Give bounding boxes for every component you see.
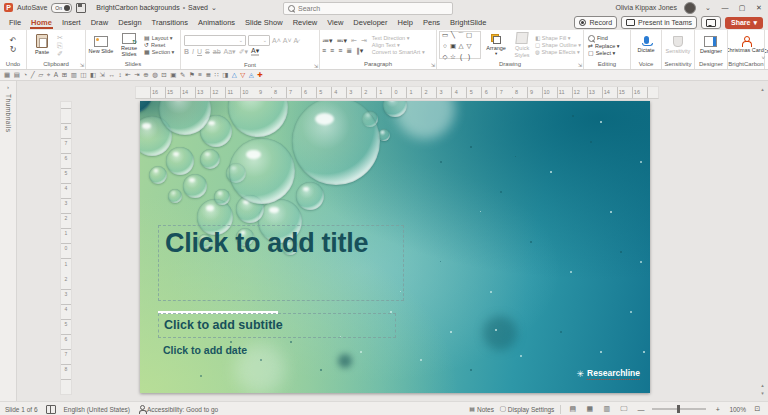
dialog-launcher-icon[interactable]: ⇲ <box>578 61 582 69</box>
save-icon[interactable] <box>76 3 86 13</box>
brightslide-tool-icon[interactable]: ⇤ <box>125 72 130 79</box>
brightslide-tool-icon[interactable]: ◍ <box>152 72 158 79</box>
designer-button[interactable]: Designer <box>700 36 722 54</box>
comments-button[interactable] <box>701 16 721 29</box>
shape-option[interactable]: ▢ <box>465 30 473 40</box>
spellcheck-button[interactable] <box>46 405 56 414</box>
maximize-button[interactable]: ▢ <box>737 4 747 12</box>
brightslide-tool-icon[interactable]: ⌖ <box>47 72 51 79</box>
section-button[interactable]: ▦Section ▾ <box>144 49 174 55</box>
format-painter-button[interactable]: ✐ <box>57 50 63 57</box>
increase-font-size-button[interactable]: A˄ <box>272 37 281 44</box>
brightslide-tool-icon[interactable]: ◬ <box>249 72 254 79</box>
brightslide-tool-icon[interactable]: A <box>54 72 58 79</box>
previous-slide-icon[interactable]: ▴ <box>758 381 767 389</box>
increase-indent-button[interactable]: ⇥ <box>361 37 367 44</box>
shape-option[interactable]: ▽ <box>465 40 473 51</box>
menu-tab-transitions[interactable]: Transitions <box>147 16 193 29</box>
menu-tab-design[interactable]: Design <box>113 16 146 29</box>
brightslide-tool-icon[interactable]: ╱ <box>31 72 35 79</box>
scroll-up-icon[interactable]: ▴ <box>758 85 767 93</box>
brightslide-tool-icon[interactable]: ▤ <box>14 72 20 79</box>
menu-tab-insert[interactable]: Insert <box>57 16 86 29</box>
menu-tab-brightslide[interactable]: BrightSlide <box>445 16 491 29</box>
brightslide-tool-icon[interactable]: ⇲ <box>100 72 105 79</box>
italic-button[interactable]: I <box>192 48 194 55</box>
change-case-button[interactable]: Aa▾ <box>224 48 236 55</box>
powerpoint-icon[interactable]: P <box>4 3 13 12</box>
brightslide-tool-icon[interactable]: ▦ <box>4 72 10 79</box>
date-placeholder[interactable]: Click to add date <box>163 344 247 356</box>
undo-button[interactable]: ↶ <box>10 37 17 45</box>
brightslide-tool-icon[interactable]: ≣ <box>206 72 211 79</box>
shape-effects-button[interactable]: ◍ Shape Effects ▾ <box>535 49 580 55</box>
menu-tab-pens[interactable]: Pens <box>418 16 445 29</box>
decrease-indent-button[interactable]: ⇤ <box>351 37 357 44</box>
brightslide-tool-icon[interactable]: ⚑ <box>189 72 195 79</box>
normal-view-button[interactable]: ▤ <box>567 405 578 413</box>
brightslide-tool-icon[interactable]: ⊡ <box>161 72 166 79</box>
collapse-ribbon-icon[interactable]: ˅ <box>761 55 765 61</box>
menu-tab-animations[interactable]: Animations <box>193 16 240 29</box>
bullets-button[interactable]: ≔▾ <box>322 37 333 44</box>
strikethrough-button[interactable]: S <box>205 48 210 55</box>
brightslide-tool-icon[interactable]: ✎ <box>180 72 185 79</box>
text-direction-button[interactable]: Text Direction ▾ <box>372 35 410 41</box>
title-placeholder[interactable]: Click to add title <box>158 225 404 301</box>
align-text-button[interactable]: Align Text ▾ <box>372 42 400 48</box>
quick-styles-button[interactable]: Quick Styles <box>511 32 533 57</box>
brightslide-tool-icon[interactable]: ◨ <box>222 72 228 79</box>
display-settings-button[interactable]: 🖵Display Settings <box>500 406 554 413</box>
clear-formatting-button[interactable]: A̷ <box>294 37 299 44</box>
autosave-toggle[interactable]: On <box>51 3 72 13</box>
next-slide-icon[interactable]: ▾ <box>758 389 767 397</box>
minimize-button[interactable]: — <box>720 4 730 11</box>
brightslide-tool-icon[interactable]: ▣ <box>170 72 176 79</box>
dialog-launcher-icon[interactable]: ⇲ <box>314 62 318 69</box>
reset-button[interactable]: ↺Reset <box>144 42 165 48</box>
accessibility-status[interactable]: Accessibility: Good to go <box>138 405 218 413</box>
zoom-out-button[interactable]: — <box>635 406 646 413</box>
notes-button[interactable]: ▤Notes <box>469 406 494 413</box>
share-button[interactable]: Share ▾ <box>725 17 763 29</box>
record-button[interactable]: Record <box>574 16 617 29</box>
brightslide-tool-icon[interactable]: ✚ <box>257 72 262 79</box>
highlight-color-button[interactable]: ✐▾ <box>239 48 248 55</box>
vertical-scrollbar[interactable]: ▴ ▴ ▾ <box>758 85 767 397</box>
zoom-level[interactable]: 100% <box>729 406 746 413</box>
font-color-button[interactable]: A▾ <box>251 47 259 56</box>
brightslide-tool-icon[interactable]: ∷ <box>214 72 218 79</box>
brightslide-tool-icon[interactable]: ◧ <box>90 72 96 79</box>
replace-button[interactable]: ⇄Replace ▾ <box>588 43 620 49</box>
shape-option[interactable]: ○ <box>441 40 449 51</box>
arrange-button[interactable]: Arrange ▾ <box>483 34 509 57</box>
columns-button[interactable]: ∥▾ <box>356 47 363 54</box>
brightslide-tool-icon[interactable]: ▱ <box>38 72 43 79</box>
dialog-launcher-icon[interactable]: ⇲ <box>80 61 84 69</box>
align-right-button[interactable]: ≡ <box>338 47 342 54</box>
numbering-button[interactable]: ≕▾ <box>337 37 348 44</box>
bold-button[interactable]: B <box>184 48 189 55</box>
shape-gallery[interactable]: ▭╲⌒▢○▣△▽◇☆() <box>439 31 481 59</box>
shape-fill-button[interactable]: ◧ Shape Fill ▾ <box>535 35 571 41</box>
justify-button[interactable]: ≣ <box>346 47 352 54</box>
dictate-button[interactable]: Dictate <box>637 36 654 53</box>
brightslide-tool-icon[interactable]: △ <box>232 72 237 79</box>
zoom-in-button[interactable]: + <box>712 406 723 413</box>
zoom-slider-thumb[interactable] <box>677 405 680 413</box>
search-input[interactable]: Search <box>283 2 453 15</box>
align-center-button[interactable]: ≡ <box>330 47 334 54</box>
ribbon-options-icon[interactable]: ⌄ <box>703 4 713 12</box>
cut-button[interactable]: ✂ <box>57 34 63 41</box>
horizontal-ruler[interactable]: 1615141312111098765432101234567891011121… <box>135 86 659 99</box>
menu-tab-view[interactable]: View <box>322 16 348 29</box>
shape-option[interactable]: ⌒ <box>457 30 465 40</box>
convert-smartart-button[interactable]: Convert to SmartArt ▾ <box>372 49 425 55</box>
menu-tab-draw[interactable]: Draw <box>86 16 114 29</box>
redo-button[interactable]: ↻ <box>10 46 17 54</box>
slide-sorter-view-button[interactable]: ▦ <box>584 405 595 413</box>
reuse-slides-button[interactable]: Reuse Slides <box>116 33 142 57</box>
decrease-font-size-button[interactable]: A˅ <box>283 37 292 44</box>
brightslide-tool-icon[interactable]: ↔ <box>109 72 116 79</box>
vertical-ruler[interactable]: 87654321012345678 <box>60 101 72 395</box>
